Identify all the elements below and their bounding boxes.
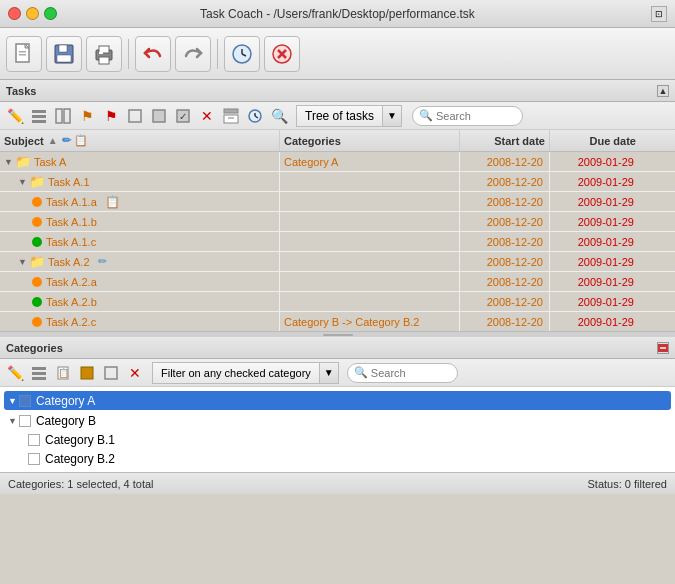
cat-search-input[interactable] (371, 367, 451, 379)
tasks-container: Subject ▲ ✏ 📋 Categories Start date Due … (0, 130, 675, 337)
tasks-gray-box-icon[interactable] (124, 105, 146, 127)
list-item[interactable]: ▼ Category B (8, 411, 667, 430)
table-row[interactable]: Task A.1.a 📋 2008-12-20 2009-01-29 (0, 192, 675, 212)
resize-handle[interactable] (0, 331, 675, 337)
list-item[interactable]: Category B.2 (8, 449, 667, 468)
titlebar: Task Coach - /Users/frank/Desktop/perfor… (0, 0, 675, 28)
task-due: 2009-01-29 (550, 232, 640, 251)
note-col-icon: 📋 (74, 134, 88, 147)
expand-arrow[interactable]: ▼ (4, 157, 13, 167)
cat-checkbox[interactable] (19, 395, 31, 407)
task-start: 2008-12-20 (460, 312, 550, 331)
svg-rect-35 (32, 377, 46, 380)
task-due: 2009-01-29 (550, 292, 640, 311)
tasks-toolbar: ✏️ ⚑ ⚑ ✓ ✕ 🔍 Tree of tasks ▼ 🔍 (0, 102, 675, 130)
task-due: 2009-01-29 (550, 252, 640, 271)
task-due: 2009-01-29 (550, 212, 640, 231)
tasks-checked-box-icon[interactable]: ✓ (172, 105, 194, 127)
tasks-delete-icon[interactable]: ✕ (196, 105, 218, 127)
table-row[interactable]: Task A.2.a 2008-12-20 2009-01-29 (0, 272, 675, 292)
task-subject: ▼ 📁 Task A.2 ✏ (0, 252, 280, 271)
undo-button[interactable] (135, 36, 171, 72)
clock-icon (230, 42, 254, 66)
cat-checkbox[interactable] (28, 453, 40, 465)
cat-filter-dropdown[interactable]: Filter on any checked category (152, 362, 319, 384)
redo-button[interactable] (175, 36, 211, 72)
task-subject: ▼ 📁 Task A.1 (0, 172, 280, 191)
cat-filter-selector: Filter on any checked category ▼ (152, 362, 339, 384)
print-button[interactable] (86, 36, 122, 72)
table-row[interactable]: Task A.1.c 2008-12-20 2009-01-29 (0, 232, 675, 252)
tasks-clock2-icon[interactable] (244, 105, 266, 127)
categories-toolbar: ✏️ 📋 ✕ Filter on any checked category ▼ … (0, 359, 675, 387)
tasks-gray-box2-icon[interactable] (148, 105, 170, 127)
print-icon (92, 42, 116, 66)
table-row[interactable]: Task A.2.c Category B -> Category B.2 20… (0, 312, 675, 331)
cat-search-box[interactable]: 🔍 (347, 363, 458, 383)
cat-checkbox[interactable] (28, 434, 40, 446)
task-due: 2009-01-29 (550, 152, 640, 171)
svg-rect-2 (19, 54, 26, 56)
tasks-edit-icon[interactable]: ✏️ (4, 105, 26, 127)
maximize-button[interactable] (44, 7, 57, 20)
view-dropdown[interactable]: Tree of tasks (296, 105, 382, 127)
cat-checkbox[interactable] (19, 415, 31, 427)
cat-filter-arrow[interactable]: ▼ (319, 362, 339, 384)
tasks-search-input[interactable] (436, 110, 516, 122)
view-dropdown-arrow[interactable]: ▼ (382, 105, 402, 127)
svg-rect-26 (224, 115, 238, 123)
cat-edit-icon[interactable]: ✏️ (4, 362, 26, 384)
minimize-button[interactable] (26, 7, 39, 20)
cat-gray-icon[interactable] (100, 362, 122, 384)
task-subject: Task A.2.b (0, 292, 280, 311)
table-row[interactable]: ▼ 📁 Task A.2 ✏ 2008-12-20 2009-01-29 (0, 252, 675, 272)
table-row[interactable]: Task A.1.b 2008-12-20 2009-01-29 (0, 212, 675, 232)
tasks-list-icon[interactable] (28, 105, 50, 127)
save-button[interactable] (46, 36, 82, 72)
svg-rect-38 (81, 367, 93, 379)
close-button[interactable] (8, 7, 21, 20)
tasks-search-icon-inner: 🔍 (419, 109, 433, 122)
task-due: 2009-01-29 (550, 192, 640, 211)
resize-icon[interactable]: ⊡ (651, 6, 667, 22)
stop-icon (270, 42, 294, 66)
task-start: 2008-12-20 (460, 192, 550, 211)
expand-arrow[interactable]: ▼ (18, 177, 27, 187)
task-start: 2008-12-20 (460, 252, 550, 271)
cat-list-icon[interactable] (28, 362, 50, 384)
statusbar-left: Categories: 1 selected, 4 total (8, 478, 154, 490)
new-page-button[interactable] (6, 36, 42, 72)
tasks-search-box[interactable]: 🔍 (412, 106, 523, 126)
cat-expand-arrow[interactable]: ▼ (8, 416, 17, 426)
cat-delete-icon[interactable]: ✕ (124, 362, 146, 384)
svg-rect-16 (32, 110, 46, 113)
col-categories: Categories (280, 130, 460, 151)
cat-box-icon[interactable] (76, 362, 98, 384)
cat-expand-arrow[interactable]: ▼ (8, 396, 17, 406)
tasks-red-flag-icon[interactable]: ⚑ (100, 105, 122, 127)
expand-arrow[interactable]: ▼ (18, 257, 27, 267)
clock-button[interactable] (224, 36, 260, 72)
task-start: 2008-12-20 (460, 272, 550, 291)
list-item[interactable]: Category B.1 (8, 430, 667, 449)
task-start: 2008-12-20 (460, 232, 550, 251)
redo-icon (181, 42, 205, 66)
stop-button[interactable] (264, 36, 300, 72)
cat-item-label: Category B (36, 414, 96, 428)
tasks-archive-icon[interactable] (220, 105, 242, 127)
tasks-cols-icon[interactable] (52, 105, 74, 127)
window-controls (8, 7, 57, 20)
table-row[interactable]: ▼ 📁 Task A Category A 2008-12-20 2009-01… (0, 152, 675, 172)
list-item[interactable]: ▼ Category A (4, 391, 671, 410)
tasks-search-icon[interactable]: 🔍 (268, 105, 290, 127)
task-label: Task A (34, 156, 66, 168)
svg-rect-19 (56, 109, 62, 123)
categories-collapse-button[interactable] (657, 342, 669, 354)
cat-new-icon[interactable]: 📋 (52, 362, 74, 384)
tasks-orange-flag-icon[interactable]: ⚑ (76, 105, 98, 127)
task-subject: Task A.2.c (0, 312, 280, 331)
table-row[interactable]: ▼ 📁 Task A.1 2008-12-20 2009-01-29 (0, 172, 675, 192)
task-category (280, 292, 460, 311)
tasks-collapse-button[interactable]: ▲ (657, 85, 669, 97)
table-row[interactable]: Task A.2.b 2008-12-20 2009-01-29 (0, 292, 675, 312)
